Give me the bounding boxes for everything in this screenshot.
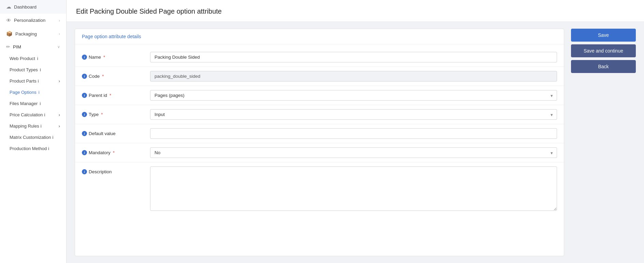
action-panel: Save Save and continue Back: [571, 29, 636, 256]
product-parts-label: Product Parts: [10, 78, 36, 84]
name-input[interactable]: [150, 52, 557, 62]
description-label: i Description: [82, 166, 150, 174]
packaging-icon: 📦: [6, 31, 13, 37]
sidebar-item-production-method[interactable]: Production Method i: [0, 143, 66, 154]
main-content: Edit Packing Double Sided Page option at…: [67, 0, 644, 263]
form-row-parent-id: i Parent id * Pages (pages): [75, 86, 564, 105]
dashboard-icon: ☁: [6, 4, 11, 10]
sidebar-item-web-product[interactable]: Web Product i: [0, 53, 66, 64]
sidebar: ☁ Dashboard 👁 Personalization › 📦 Packag…: [0, 0, 67, 263]
default-value-field: [150, 128, 557, 139]
info-icon: i: [38, 78, 39, 84]
form-section-title: Page option attribute details: [75, 29, 564, 44]
sidebar-item-label: PIM: [13, 44, 21, 49]
form-body: i Name * i Code *: [75, 44, 564, 219]
sidebar-item-matrix-customization[interactable]: Matrix Customization i: [0, 132, 66, 143]
chevron-right-icon: ›: [59, 78, 60, 84]
chevron-right-icon: ›: [59, 123, 60, 129]
default-value-label: i Default value: [82, 128, 150, 136]
form-panel: Page option attribute details i Name *: [75, 29, 564, 256]
info-icon: i: [41, 123, 42, 129]
sidebar-item-product-types[interactable]: Product Types i: [0, 64, 66, 75]
sidebar-item-dashboard[interactable]: ☁ Dashboard: [0, 0, 66, 14]
name-field: [150, 52, 557, 62]
mapping-rules-label: Mapping Rules: [10, 123, 39, 129]
sidebar-item-pim[interactable]: ✏ PIM ∨: [0, 41, 66, 53]
sidebar-item-files-manager[interactable]: Files Manager i: [0, 98, 66, 109]
matrix-customization-label: Matrix Customization: [10, 135, 51, 140]
sidebar-item-page-options[interactable]: Page Options i: [0, 87, 66, 98]
required-indicator: *: [101, 112, 103, 117]
save-continue-button[interactable]: Save and continue: [571, 44, 636, 57]
chevron-right-icon: ›: [59, 18, 60, 23]
info-icon: i: [40, 67, 41, 72]
pim-icon: ✏: [6, 44, 10, 49]
sidebar-item-price-calculation[interactable]: Price Calculation i ›: [0, 109, 66, 120]
sidebar-item-label: Dashboard: [14, 4, 36, 10]
code-input[interactable]: [150, 71, 557, 82]
info-icon: i: [48, 146, 49, 151]
chevron-down-icon: ∨: [57, 45, 60, 49]
info-icon: i: [52, 135, 53, 140]
name-label: i Name *: [82, 52, 150, 60]
form-row-name: i Name *: [75, 48, 564, 67]
mandatory-select[interactable]: No Yes: [150, 147, 557, 158]
web-product-label: Web Product: [10, 56, 35, 61]
info-icon: i: [44, 112, 45, 117]
chevron-right-icon: ›: [59, 112, 60, 117]
files-manager-label: Files Manager: [10, 101, 38, 106]
info-icon: i: [37, 56, 38, 61]
required-indicator: *: [113, 150, 115, 155]
description-field: [150, 166, 557, 212]
sidebar-item-packaging[interactable]: 📦 Packaging ›: [0, 27, 66, 41]
required-indicator: *: [102, 74, 104, 79]
sidebar-item-label: Packaging: [15, 31, 37, 36]
parent-id-select[interactable]: Pages (pages): [150, 90, 557, 101]
required-indicator: *: [109, 93, 111, 98]
page-title: Edit Packing Double Sided Page option at…: [76, 8, 634, 15]
type-select-wrapper: Input: [150, 109, 557, 120]
mandatory-select-wrapper: No Yes: [150, 147, 557, 158]
code-label-text: Code: [89, 74, 100, 79]
default-value-label-text: Default value: [89, 131, 116, 136]
personalization-icon: 👁: [6, 17, 11, 23]
mandatory-label: i Mandatory *: [82, 147, 150, 155]
content-area: Page option attribute details i Name *: [67, 22, 644, 263]
code-field: [150, 71, 557, 82]
info-icon: i: [40, 101, 41, 106]
parent-id-label: i Parent id *: [82, 90, 150, 98]
info-icon: i: [39, 90, 40, 95]
product-types-label: Product Types: [10, 67, 38, 72]
description-textarea[interactable]: [150, 166, 557, 211]
mandatory-field: No Yes: [150, 147, 557, 158]
parent-id-field: Pages (pages): [150, 90, 557, 101]
default-value-input[interactable]: [150, 128, 557, 139]
code-label: i Code *: [82, 71, 150, 79]
page-options-label: Page Options: [10, 90, 36, 95]
form-row-description: i Description: [75, 162, 564, 216]
type-field: Input: [150, 109, 557, 120]
page-header: Edit Packing Double Sided Page option at…: [67, 0, 644, 22]
sidebar-item-product-parts[interactable]: Product Parts i ›: [0, 75, 66, 87]
save-button[interactable]: Save: [571, 29, 636, 42]
back-button[interactable]: Back: [571, 60, 636, 73]
type-label-text: Type: [89, 112, 99, 117]
info-icon: i: [82, 74, 87, 79]
type-label: i Type *: [82, 109, 150, 117]
sidebar-item-mapping-rules[interactable]: Mapping Rules i ›: [0, 120, 66, 132]
production-method-label: Production Method: [10, 146, 47, 151]
info-icon: i: [82, 55, 87, 60]
mandatory-label-text: Mandatory: [89, 150, 111, 155]
name-label-text: Name: [89, 55, 101, 60]
chevron-right-icon: ›: [59, 32, 60, 36]
form-row-mandatory: i Mandatory * No Yes: [75, 143, 564, 162]
parent-id-select-wrapper: Pages (pages): [150, 90, 557, 101]
info-icon: i: [82, 131, 87, 136]
sidebar-item-label: Personalization: [14, 18, 45, 23]
sidebar-item-personalization[interactable]: 👁 Personalization ›: [0, 14, 66, 27]
required-indicator: *: [103, 55, 105, 60]
form-row-default-value: i Default value: [75, 124, 564, 143]
price-calculation-label: Price Calculation: [10, 112, 43, 117]
form-row-type: i Type * Input: [75, 105, 564, 124]
type-select[interactable]: Input: [150, 109, 557, 120]
